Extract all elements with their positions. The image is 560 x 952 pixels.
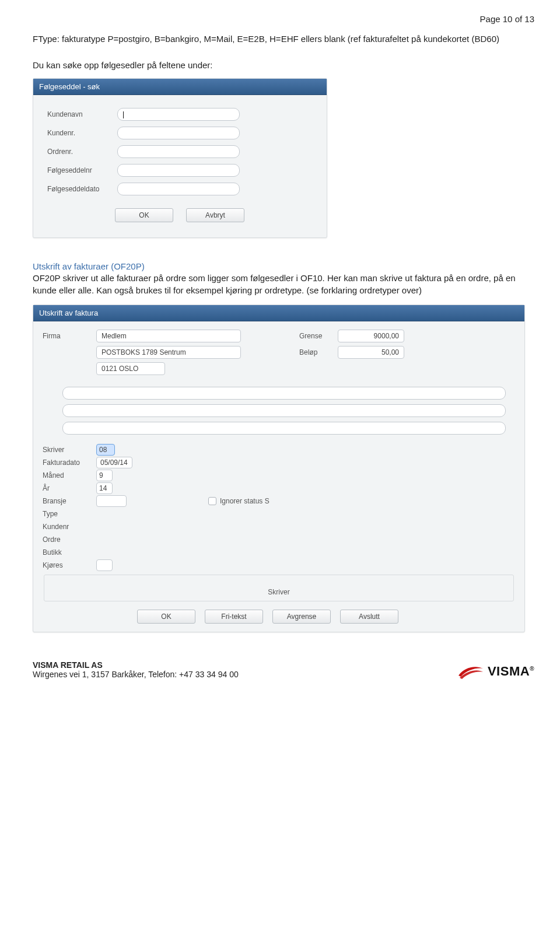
label-type: Type	[43, 510, 96, 518]
input-kundenavn[interactable]	[117, 108, 240, 121]
label-ordrenr: Ordrenr.	[47, 148, 117, 156]
input-skriver[interactable]	[96, 444, 115, 456]
ok-button-2[interactable]: OK	[137, 610, 195, 624]
input-ar[interactable]	[96, 482, 113, 494]
avbryt-button[interactable]: Avbryt	[186, 208, 244, 222]
visma-swoosh-icon	[457, 664, 484, 679]
label-kundenavn: Kundenavn	[47, 110, 117, 118]
footer-company: VISMA RETAIL AS	[33, 660, 239, 670]
label-skriver: Skriver	[43, 446, 96, 454]
label-grense: Grense	[299, 332, 338, 340]
page-number: Page 10 of 13	[33, 14, 534, 24]
label-firma: Firma	[43, 332, 96, 340]
input-belop[interactable]	[338, 346, 404, 359]
intro-text: FType: fakturatype P=postgiro, B=bankgir…	[33, 33, 534, 45]
label-folgeseddeldato: Følgeseddeldato	[47, 185, 117, 193]
input-folgeseddelnr[interactable]	[117, 164, 240, 177]
inner-skriver-label: Skriver	[268, 588, 289, 596]
panel-utskrift-faktura: Utskrift av faktura Firma Grense	[33, 304, 525, 632]
input-full-3[interactable]	[62, 422, 506, 435]
label-bransje: Bransje	[43, 497, 96, 505]
input-maned[interactable]	[96, 470, 113, 481]
input-firma-1[interactable]	[96, 330, 241, 342]
input-folgeseddeldato[interactable]	[117, 183, 240, 195]
panel-title: Følgeseddel - søk	[33, 79, 327, 95]
visma-logo-text: VISMA®	[488, 664, 534, 679]
label-fakturadato: Fakturadato	[43, 459, 96, 467]
section-text-utskrift: OF20P skriver ut alle fakturaer på ordre…	[33, 272, 534, 296]
label-maned: Måned	[43, 471, 96, 480]
label-folgeseddelnr: Følgeseddelnr	[47, 166, 117, 174]
label-butikk: Butikk	[43, 548, 96, 556]
input-full-2[interactable]	[62, 404, 506, 417]
label-belop: Beløp	[299, 348, 338, 356]
avgrense-button[interactable]: Avgrense	[272, 610, 331, 624]
input-kjores[interactable]	[96, 559, 113, 571]
ok-button[interactable]: OK	[115, 208, 173, 222]
panel2-title: Utskrift av faktura	[33, 305, 524, 321]
fritekst-button[interactable]: Fri-tekst	[205, 610, 263, 624]
label-ignorer: Ignorer status S	[220, 497, 270, 505]
input-bransje[interactable]	[96, 495, 127, 507]
input-firma-3[interactable]	[96, 362, 165, 375]
panel-folgeseddel-sok: Følgeseddel - søk Kundenavn Kundenr. Ord…	[33, 78, 327, 238]
label-kundenr: Kundenr.	[47, 129, 117, 137]
label-ar: År	[43, 484, 96, 492]
inner-skriver-box: Skriver	[44, 575, 514, 601]
input-ordrenr[interactable]	[117, 145, 240, 158]
visma-logo: VISMA®	[457, 664, 534, 679]
footer-address: Wirgenes vei 1, 3157 Barkåker, Telefon: …	[33, 670, 239, 679]
checkbox-ignorer[interactable]	[208, 497, 216, 505]
label-kjores: Kjøres	[43, 561, 96, 569]
input-full-1[interactable]	[62, 387, 506, 400]
label-kundenr2: Kundenr	[43, 523, 96, 531]
label-ordre: Ordre	[43, 536, 96, 544]
section-title-utskrift: Utskrift av fakturaer (OF20P)	[33, 261, 534, 271]
footer: VISMA RETAIL AS Wirgenes vei 1, 3157 Bar…	[33, 660, 534, 679]
input-firma-2[interactable]	[96, 346, 241, 359]
avslutt-button[interactable]: Avslutt	[340, 610, 398, 624]
input-fakturadato[interactable]	[96, 457, 132, 468]
sub-intro-text: Du kan søke opp følgesedler på feltene u…	[33, 60, 534, 70]
input-kundenr[interactable]	[117, 127, 240, 139]
input-grense[interactable]	[338, 330, 404, 342]
